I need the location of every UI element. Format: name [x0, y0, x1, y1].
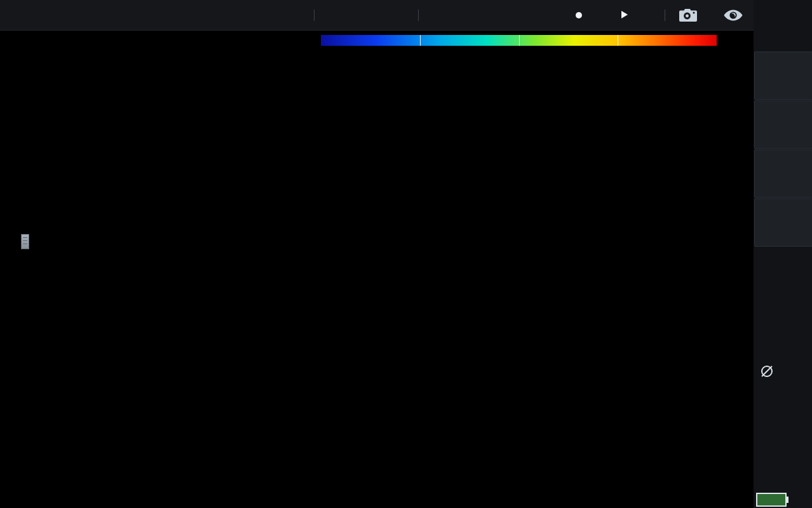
colorbar-tick	[618, 35, 618, 46]
spectrogram-canvas[interactable]	[21, 46, 750, 254]
menu-rec-button[interactable]	[576, 9, 585, 22]
sidebar-button-peak-search[interactable]	[754, 149, 812, 198]
top-bar	[0, 0, 754, 31]
sidebar-button-trace[interactable]	[754, 100, 812, 149]
battery-indicator	[756, 493, 787, 507]
menu-play-button[interactable]	[621, 9, 630, 22]
density-plot	[21, 289, 750, 491]
record-icon	[576, 12, 582, 18]
colorbar-tick	[519, 35, 520, 46]
menu-divider	[314, 10, 315, 21]
gps-disabled-icon	[759, 364, 775, 381]
spectrogram-scrollbar-thumb[interactable]	[21, 234, 29, 249]
eye-visibility-icon[interactable]	[723, 9, 743, 24]
density-canvas[interactable]	[21, 289, 750, 491]
menu-divider	[418, 10, 419, 21]
play-icon	[621, 11, 628, 18]
colorbar-tick	[420, 35, 421, 46]
sidebar-button-marker[interactable]	[754, 198, 812, 247]
menu-divider	[665, 10, 665, 21]
screenshot-camera-icon[interactable]	[679, 8, 698, 25]
right-sidebar	[754, 0, 812, 508]
spectrogram-colorbar	[321, 35, 717, 46]
spectrogram-plot	[21, 46, 750, 254]
sidebar-button-graph[interactable]	[754, 51, 812, 100]
app-root	[0, 0, 812, 508]
